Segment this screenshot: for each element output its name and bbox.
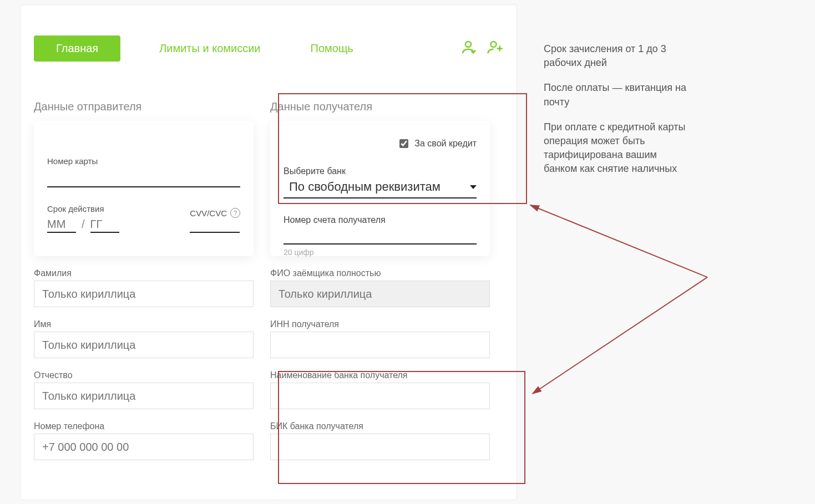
cvv-input[interactable] bbox=[190, 218, 240, 233]
recipient-column: Данные получателя За свой кредит Выберит… bbox=[270, 100, 490, 460]
svg-point-1 bbox=[491, 42, 497, 47]
inn-input[interactable] bbox=[270, 332, 490, 358]
surname-input[interactable] bbox=[34, 281, 254, 307]
expiry-slash: / bbox=[82, 218, 85, 231]
recipient-card-box: За свой кредит Выберите банк По свободны… bbox=[270, 121, 490, 256]
for-own-credit-label: За свой кредит bbox=[414, 139, 477, 149]
side-info-3: При оплате с кредитной карты операция мо… bbox=[544, 120, 688, 176]
sender-column: Данные отправителя Номер карты Срок дейс… bbox=[34, 100, 254, 460]
top-nav: Главная Лимиты и комиссии Помощь bbox=[34, 35, 503, 62]
register-icon[interactable] bbox=[487, 39, 503, 58]
sender-card-box: Номер карты Срок действия / bbox=[34, 121, 254, 256]
bik-label: БИК банка получателя bbox=[270, 421, 490, 431]
fio-label: ФИО заёмщика полностью bbox=[270, 268, 490, 278]
cvv-label: CVV/CVC bbox=[190, 208, 227, 218]
surname-label: Фамилия bbox=[34, 268, 254, 278]
side-info-1: Срок зачисления от 1 до 3 рабочих дней bbox=[544, 42, 688, 70]
svg-line-5 bbox=[533, 277, 707, 394]
expiry-yy-input[interactable] bbox=[90, 217, 119, 233]
bank-name-input[interactable] bbox=[270, 383, 490, 409]
for-own-credit-checkbox[interactable] bbox=[399, 139, 408, 148]
fio-input[interactable] bbox=[270, 281, 490, 307]
account-label: Номер счета получателя bbox=[284, 215, 477, 225]
side-info-2: После оплаты — квитанция на почту bbox=[544, 81, 688, 109]
expiry-mm-input[interactable] bbox=[47, 217, 76, 233]
select-bank-label: Выберите банк bbox=[284, 166, 477, 176]
bik-input[interactable] bbox=[270, 434, 490, 460]
side-info: Срок зачисления от 1 до 3 рабочих дней П… bbox=[544, 42, 688, 187]
chevron-down-icon bbox=[470, 185, 477, 189]
svg-line-4 bbox=[530, 205, 707, 277]
phone-label: Номер телефона bbox=[34, 421, 254, 431]
inn-label: ИНН получателя bbox=[270, 319, 490, 329]
sender-title: Данные отправителя bbox=[34, 100, 254, 113]
nav-home-button[interactable]: Главная bbox=[34, 35, 120, 62]
card-number-input[interactable] bbox=[47, 169, 240, 187]
for-own-credit-wrap[interactable]: За свой кредит bbox=[397, 138, 477, 150]
nav-help-link[interactable]: Помощь bbox=[311, 42, 353, 55]
name-label: Имя bbox=[34, 319, 254, 329]
main-card: Главная Лимиты и комиссии Помощь Данные … bbox=[20, 4, 517, 500]
patronymic-input[interactable] bbox=[34, 383, 254, 409]
bank-name-label: Наименование банка получателя bbox=[270, 370, 490, 380]
bank-select-value: По свободным реквизитам bbox=[289, 180, 441, 194]
svg-point-0 bbox=[465, 42, 471, 47]
bank-select[interactable]: По свободным реквизитам bbox=[284, 177, 477, 198]
patronymic-label: Отчество bbox=[34, 370, 254, 380]
nav-limits-link[interactable]: Лимиты и комиссии bbox=[159, 42, 260, 55]
expiry-label: Срок действия bbox=[47, 204, 119, 213]
recipient-title: Данные получателя bbox=[270, 100, 490, 113]
card-number-label: Номер карты bbox=[47, 156, 240, 166]
account-input[interactable] bbox=[284, 225, 477, 245]
account-hint: 20 цифр bbox=[284, 248, 477, 257]
help-icon[interactable]: ? bbox=[230, 208, 240, 218]
phone-input[interactable] bbox=[34, 434, 254, 460]
name-input[interactable] bbox=[34, 332, 254, 358]
login-icon[interactable] bbox=[460, 39, 477, 58]
